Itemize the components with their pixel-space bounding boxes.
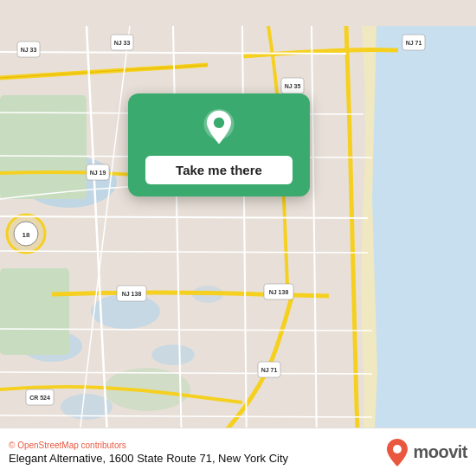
svg-point-36 <box>393 445 402 453</box>
svg-rect-8 <box>0 95 87 199</box>
svg-text:NJ 138: NJ 138 <box>122 291 142 297</box>
take-me-there-button[interactable]: Take me there <box>145 156 293 184</box>
svg-text:18: 18 <box>23 231 30 239</box>
map-container: NJ 33 NJ 33 NJ 71 NJ 35 NJ 19 18 NJ 138 … <box>0 0 476 476</box>
bottom-bar: © OpenStreetMap contributors Elegant Alt… <box>0 428 476 476</box>
svg-text:CR 524: CR 524 <box>29 395 50 401</box>
location-card: Take me there <box>128 93 310 196</box>
location-pin-icon <box>200 109 238 147</box>
svg-text:NJ 35: NJ 35 <box>285 83 301 89</box>
svg-text:NJ 19: NJ 19 <box>90 170 106 176</box>
osm-attribution: © OpenStreetMap contributors <box>9 441 288 450</box>
svg-text:NJ 33: NJ 33 <box>114 40 131 46</box>
moovit-pin-icon <box>385 438 409 467</box>
osm-link[interactable]: OpenStreetMap <box>17 441 79 450</box>
svg-point-5 <box>151 344 195 365</box>
map-background: NJ 33 NJ 33 NJ 71 NJ 35 NJ 19 18 NJ 138 … <box>0 0 476 476</box>
moovit-logo: moovit <box>385 438 467 467</box>
svg-text:NJ 71: NJ 71 <box>261 367 278 373</box>
svg-point-35 <box>214 118 224 128</box>
osm-contributors: contributors <box>81 441 126 450</box>
svg-text:NJ 33: NJ 33 <box>21 47 37 53</box>
location-label: Elegant Alternative, 1600 State Route 71… <box>9 452 288 465</box>
svg-rect-9 <box>0 268 69 355</box>
osm-copyright-symbol: © <box>9 441 15 450</box>
bottom-info: © OpenStreetMap contributors Elegant Alt… <box>9 441 288 465</box>
svg-text:NJ 138: NJ 138 <box>269 289 289 295</box>
moovit-brand-text: moovit <box>413 442 467 462</box>
svg-text:NJ 71: NJ 71 <box>406 40 422 46</box>
